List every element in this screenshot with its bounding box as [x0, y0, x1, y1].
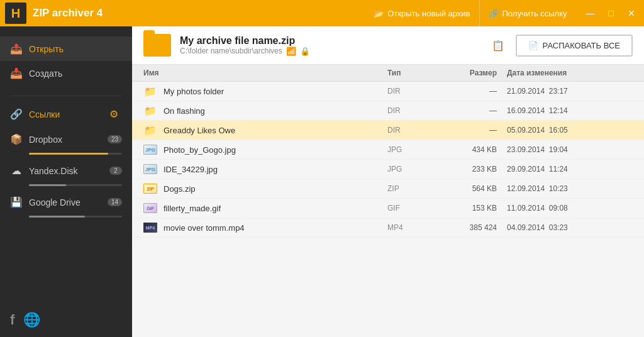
- minimize-button[interactable]: —: [582, 7, 599, 19]
- dropbox-icon: 📦: [10, 133, 23, 145]
- file-name-cell: 📁 Greaddy Likes Owe: [143, 124, 387, 136]
- link-icon: 🔗: [489, 9, 499, 18]
- file-icon: 📁: [143, 105, 157, 116]
- file-icon: GIF: [143, 202, 157, 214]
- title-actions: 📂 Открыть новый архив 🔗 Получить ссылку: [365, 0, 575, 26]
- table-header: Имя Тип Размер Дата изменения: [132, 65, 644, 82]
- table-row[interactable]: 📁 Greaddy Likes Owe DIR — 05.09.2014 16:…: [132, 121, 644, 140]
- table-row[interactable]: ZIP Dogs.zip ZIP 564 KB 12.09.2014 10:23: [132, 179, 644, 199]
- file-icon: ZIP: [143, 183, 157, 194]
- app-title: ZIP archiver 4: [33, 7, 103, 19]
- file-name: Dogs.zip: [164, 184, 196, 194]
- file-size: 233 KB: [444, 165, 507, 174]
- file-date: 21.09.2014 23:17: [507, 87, 633, 96]
- signal-icon: 📶: [286, 47, 296, 56]
- facebook-button[interactable]: f: [10, 312, 14, 328]
- file-size: 153 KB: [444, 204, 507, 213]
- archive-header: My archive file name.zip C:\folder name\…: [132, 26, 644, 65]
- col-type-header: Тип: [387, 69, 444, 77]
- file-type: DIR: [387, 106, 444, 115]
- file-icon: JPG: [143, 144, 157, 155]
- folder-icon: 📁: [144, 124, 157, 136]
- file-name-cell: ZIP Dogs.zip: [143, 183, 387, 194]
- file-size: 385 424: [444, 223, 507, 232]
- facebook-icon: f: [10, 312, 14, 328]
- content-area: My archive file name.zip C:\folder name\…: [132, 26, 644, 337]
- table-row[interactable]: 📁 On flashing DIR — 16.09.2014 12:14: [132, 101, 644, 121]
- dropbox-progress: [29, 153, 122, 155]
- sidebar-divider: [10, 96, 122, 96]
- file-date: 12.09.2014 10:23: [507, 184, 633, 193]
- sidebar-item-open[interactable]: 📤 Открыть: [0, 36, 132, 61]
- links-icon: 🔗: [10, 108, 23, 120]
- file-icon: MP4: [143, 222, 157, 233]
- file-name: Greaddy Likes Owe: [164, 126, 235, 135]
- file-name-cell: 📁 My photos folder: [143, 86, 387, 97]
- file-date: 05.09.2014 16:05: [507, 126, 633, 135]
- file-table[interactable]: Имя Тип Размер Дата изменения 📁 My photo…: [132, 65, 644, 337]
- file-name: fillerty_made.gif: [164, 204, 221, 213]
- sidebar-item-google[interactable]: 💾 Google Drive 14: [0, 190, 132, 214]
- file-name: movie over tomm.mp4: [164, 223, 245, 233]
- gif-icon: GIF: [143, 203, 157, 213]
- copy-button[interactable]: 📋: [489, 37, 507, 54]
- extract-icon: 📄: [528, 41, 538, 50]
- sidebar-item-yandex[interactable]: ☁ Yandex.Disk 2: [0, 158, 132, 183]
- jpg-icon: JPG: [143, 145, 157, 155]
- table-row[interactable]: JPG Photo_by_Gogo.jpg JPG 434 KB 23.09.2…: [132, 140, 644, 160]
- file-type: JPG: [387, 165, 444, 174]
- file-size: —: [444, 126, 507, 135]
- close-button[interactable]: ✕: [624, 7, 639, 19]
- sidebar-nav: 📤 Открыть 📥 Создать: [0, 31, 132, 91]
- file-type: ZIP: [387, 184, 444, 193]
- file-date: 23.09.2014 19:04: [507, 145, 633, 154]
- yandex-icon: ☁: [10, 165, 23, 177]
- google-progress: [29, 216, 122, 218]
- table-row[interactable]: 📁 My photos folder DIR — 21.09.2014 23:1…: [132, 82, 644, 101]
- yandex-progress: [29, 184, 122, 186]
- lock-icon: 🔒: [300, 47, 310, 56]
- folder-icon: 📁: [144, 105, 157, 117]
- maximize-button[interactable]: □: [605, 7, 618, 19]
- dropbox-progress-fill: [29, 153, 108, 155]
- links-settings[interactable]: ⚙: [106, 108, 122, 121]
- file-name-cell: GIF fillerty_made.gif: [143, 202, 387, 214]
- get-link-button[interactable]: 🔗 Получить ссылку: [480, 0, 576, 26]
- file-name: On flashing: [164, 106, 205, 116]
- open-archive-button[interactable]: 📂 Открыть новый архив: [365, 0, 479, 26]
- file-type: DIR: [387, 126, 444, 135]
- extract-all-button[interactable]: 📄 РАСПАКОВАТЬ ВСЕ: [516, 35, 633, 57]
- col-size-header: Размер: [444, 69, 507, 77]
- file-name-cell: JPG IDE_34229.jpg: [143, 163, 387, 175]
- col-name-header: Имя: [143, 69, 387, 77]
- google-progress-fill: [29, 216, 85, 218]
- yandex-badge: 2: [109, 167, 122, 175]
- file-icon: 📁: [143, 124, 157, 136]
- file-type: DIR: [387, 87, 444, 96]
- website-button[interactable]: 🌐: [23, 312, 40, 328]
- open-icon: 📤: [10, 43, 23, 55]
- archive-path: C:\folder name\subdir\archives 📶 🔒: [180, 47, 480, 56]
- sidebar-item-links[interactable]: 🔗 Ссылки ⚙: [0, 101, 132, 127]
- table-row[interactable]: MP4 movie over tomm.mp4 MP4 385 424 04.0…: [132, 218, 644, 238]
- yandex-progress-fill: [29, 184, 66, 186]
- table-row[interactable]: JPG IDE_34229.jpg JPG 233 KB 29.09.2014 …: [132, 160, 644, 179]
- globe-icon: 🌐: [23, 312, 40, 328]
- file-name: My photos folder: [164, 87, 224, 96]
- archive-name: My archive file name.zip: [180, 35, 480, 47]
- file-icon: 📁: [143, 86, 157, 97]
- file-date: 16.09.2014 12:14: [507, 106, 633, 115]
- google-drive-icon: 💾: [10, 196, 23, 208]
- file-name: IDE_34229.jpg: [164, 165, 218, 174]
- sidebar-item-dropbox[interactable]: 📦 Dropbox 23: [0, 127, 132, 152]
- sidebar-item-create[interactable]: 📥 Создать: [0, 61, 132, 86]
- file-date: 11.09.2014 09:08: [507, 204, 633, 213]
- main-layout: 📤 Открыть 📥 Создать 🔗 Ссылки ⚙ 📦 Dropbox…: [0, 26, 644, 337]
- file-icon: JPG: [143, 163, 157, 175]
- folder-icon: 📁: [144, 86, 157, 97]
- file-size: 564 KB: [444, 184, 507, 193]
- file-type: MP4: [387, 223, 444, 232]
- file-name: Photo_by_Gogo.jpg: [164, 145, 236, 155]
- table-row[interactable]: GIF fillerty_made.gif GIF 153 KB 11.09.2…: [132, 199, 644, 218]
- create-icon: 📥: [10, 67, 23, 79]
